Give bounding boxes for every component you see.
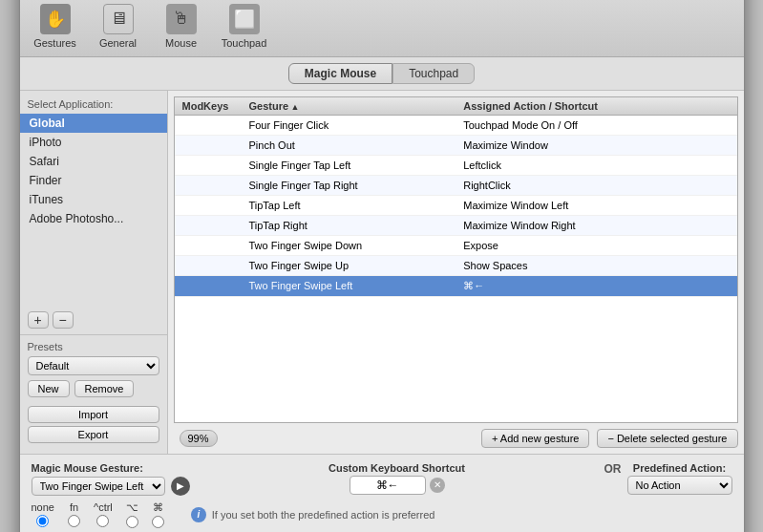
cell-gesture: Pinch Out bbox=[242, 138, 456, 153]
table-row[interactable]: Two Finger Swipe Up Show Spaces bbox=[175, 256, 737, 276]
play-button[interactable]: ▶ bbox=[171, 477, 190, 496]
cell-action: Maximize Window Right bbox=[456, 218, 736, 233]
toolbar-general[interactable]: 🖥 General bbox=[95, 4, 142, 49]
modkey-radio-item: fn bbox=[68, 501, 80, 527]
table-body: Four Finger Click Touchpad Mode On / Off… bbox=[175, 116, 737, 297]
table-row[interactable]: Two Finger Swipe Down Expose bbox=[175, 236, 737, 256]
modkey-label: ^ctrl bbox=[94, 501, 113, 513]
tab-touchpad[interactable]: Touchpad bbox=[392, 63, 475, 84]
or-label: OR bbox=[604, 462, 622, 476]
table-row[interactable]: Single Finger Tap Left Leftclick bbox=[175, 156, 737, 176]
modkey-radio-group: none fn ^ctrl ⌥ ⌘ bbox=[32, 501, 164, 528]
sidebar-item-iphoto[interactable]: iPhoto bbox=[20, 133, 167, 152]
touchpad-icon: ⬜ bbox=[229, 4, 260, 34]
presets-section: Presets Default New Remove bbox=[20, 334, 167, 403]
sidebar-item-global[interactable]: Global bbox=[20, 114, 167, 133]
modkey-label: ⌘ bbox=[153, 501, 163, 514]
presets-buttons: New Remove bbox=[28, 380, 159, 397]
sidebar-item-safari[interactable]: Safari bbox=[20, 152, 167, 171]
cell-gesture: Two Finger Swipe Left bbox=[242, 278, 456, 294]
gesture-table-area: ModKeys Gesture Assigned Action / Shortc… bbox=[168, 91, 744, 454]
toolbar-gestures-label: Gestures bbox=[33, 37, 76, 49]
modkey-label: none bbox=[32, 501, 54, 513]
modkey-radio[interactable] bbox=[36, 515, 49, 527]
cell-modkeys bbox=[175, 178, 242, 193]
import-button[interactable]: Import bbox=[28, 406, 159, 423]
app-buttons: + − bbox=[20, 306, 167, 334]
import-export-section: Import Export bbox=[20, 403, 167, 446]
sidebar-item-finder[interactable]: Finder bbox=[20, 171, 167, 190]
modkey-radio[interactable] bbox=[96, 515, 109, 527]
tab-magic-mouse[interactable]: Magic Mouse bbox=[288, 63, 392, 84]
cell-action: Show Spaces bbox=[456, 258, 736, 273]
remove-app-button[interactable]: − bbox=[53, 311, 74, 329]
sidebar-item-photoshop[interactable]: Adobe Photosho... bbox=[20, 209, 167, 228]
info-icon: i bbox=[191, 507, 206, 522]
modkey-radio[interactable] bbox=[126, 516, 138, 528]
new-preset-button[interactable]: New bbox=[28, 380, 70, 397]
sidebar-item-itunes[interactable]: iTunes bbox=[20, 190, 167, 209]
table-row[interactable]: Pinch Out Maximize Window bbox=[175, 136, 737, 156]
cell-gesture: Single Finger Tap Left bbox=[242, 158, 456, 173]
table-row[interactable]: TipTap Right Maximize Window Right bbox=[175, 216, 737, 236]
cell-modkeys bbox=[175, 158, 242, 173]
cell-gesture: Four Finger Click bbox=[242, 117, 456, 133]
shortcut-label: Custom Keyboard Shortcut bbox=[329, 462, 465, 474]
export-button[interactable]: Export bbox=[28, 426, 159, 443]
clear-shortcut-button[interactable]: ✕ bbox=[430, 478, 445, 493]
presets-dropdown[interactable]: Default bbox=[28, 356, 159, 375]
info-text: If you set both the predefined action is… bbox=[212, 509, 435, 521]
bottom-row2: none fn ^ctrl ⌥ ⌘ i If you set both the … bbox=[32, 501, 732, 528]
table-row[interactable]: Single Finger Tap Right RightClick bbox=[175, 176, 737, 196]
main-window: Gestures ✋ Gestures 🖥 General 🖱 Mouse ⬜ … bbox=[19, 0, 745, 532]
toolbar-mouse[interactable]: 🖱 Mouse bbox=[158, 4, 205, 49]
toolbar-touchpad[interactable]: ⬜ Touchpad bbox=[221, 4, 268, 49]
cell-modkeys bbox=[175, 138, 242, 153]
col-action: Assigned Action / Shortcut bbox=[456, 100, 736, 112]
add-gesture-button[interactable]: + Add new gesture bbox=[481, 429, 589, 448]
toolbar-touchpad-label: Touchpad bbox=[222, 37, 267, 49]
cell-modkeys bbox=[175, 198, 242, 213]
cell-modkeys bbox=[175, 258, 242, 273]
toolbar-gestures[interactable]: ✋ Gestures bbox=[32, 4, 79, 49]
mouse-icon: 🖱 bbox=[166, 4, 197, 34]
table-row[interactable]: Two Finger Swipe Left ⌘← bbox=[175, 276, 737, 297]
cell-action: Maximize Window bbox=[456, 138, 736, 153]
table-row[interactable]: TipTap Left Maximize Window Left bbox=[175, 196, 737, 216]
cell-modkeys bbox=[175, 117, 242, 133]
cell-gesture: Single Finger Tap Right bbox=[242, 178, 456, 193]
modkey-radio-item: ⌘ bbox=[152, 501, 164, 528]
gesture-select-dropdown[interactable]: Two Finger Swipe Left bbox=[32, 477, 165, 496]
predefined-label: Predefined Action: bbox=[633, 462, 726, 474]
cell-gesture: Two Finger Swipe Up bbox=[242, 258, 456, 273]
modkey-label: ⌥ bbox=[126, 501, 138, 514]
gesture-select-label: Magic Mouse Gesture: bbox=[32, 462, 190, 474]
cell-gesture: TipTap Right bbox=[242, 218, 456, 233]
col-gesture[interactable]: Gesture bbox=[242, 100, 456, 112]
bottom-bar: Magic Mouse Gesture: Two Finger Swipe Le… bbox=[20, 454, 744, 533]
tabs-bar: Magic Mouse Touchpad bbox=[20, 57, 744, 91]
cell-gesture: Two Finger Swipe Down bbox=[242, 238, 456, 253]
cell-modkeys bbox=[175, 238, 242, 253]
shortcut-input[interactable] bbox=[350, 476, 426, 495]
remove-preset-button[interactable]: Remove bbox=[74, 380, 135, 397]
shortcut-input-wrap: ✕ bbox=[350, 476, 445, 495]
gestures-icon: ✋ bbox=[40, 4, 71, 34]
modkey-radio[interactable] bbox=[152, 516, 164, 528]
delete-gesture-button[interactable]: − Delete selected gesture bbox=[597, 429, 737, 448]
table-actions: 99% + Add new gesture − Delete selected … bbox=[168, 429, 744, 454]
modkey-radio[interactable] bbox=[68, 515, 80, 527]
gesture-table: ModKeys Gesture Assigned Action / Shortc… bbox=[174, 96, 738, 423]
cell-gesture: TipTap Left bbox=[242, 198, 456, 213]
add-app-button[interactable]: + bbox=[28, 311, 49, 329]
modkey-radio-item: ⌥ bbox=[126, 501, 138, 528]
cell-action: Maximize Window Left bbox=[456, 198, 736, 213]
cell-action: ⌘← bbox=[456, 278, 736, 294]
modkey-radio-item: none bbox=[32, 501, 54, 527]
table-row[interactable]: Four Finger Click Touchpad Mode On / Off bbox=[175, 116, 737, 136]
bottom-row1: Magic Mouse Gesture: Two Finger Swipe Le… bbox=[32, 462, 732, 496]
toolbar-mouse-label: Mouse bbox=[165, 37, 197, 49]
info-row: i If you set both the predefined action … bbox=[191, 507, 435, 522]
predefined-dropdown[interactable]: No Action bbox=[627, 476, 732, 495]
cell-action: Leftclick bbox=[456, 158, 736, 173]
